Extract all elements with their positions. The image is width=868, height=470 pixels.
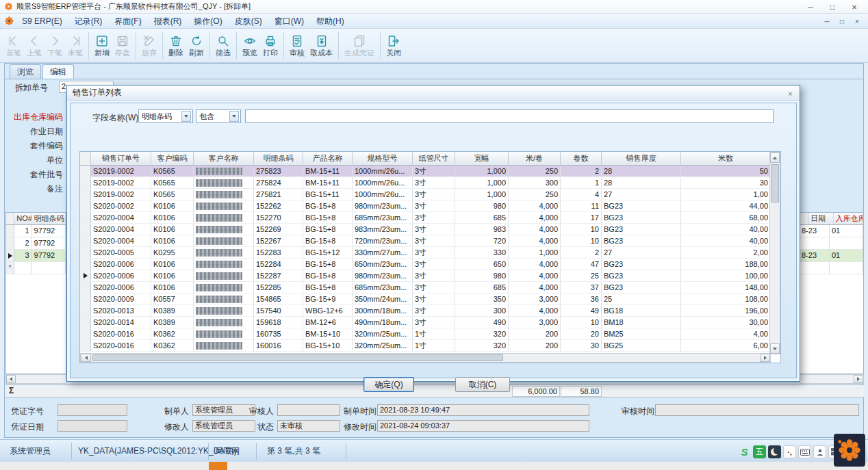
detail-grid-left-fragment[interactable]: NO#明细条码197792297792397792*: [5, 212, 66, 374]
vscroll-thumb[interactable]: [771, 164, 779, 203]
table-row[interactable]: S2020-0006K0106152284BG-15+8650mm/23um..…: [80, 259, 771, 270]
scroll-right-icon[interactable]: [760, 354, 770, 362]
orders-table-hscroll[interactable]: [80, 353, 771, 363]
close-icon[interactable]: ×: [843, 0, 865, 14]
orders-table[interactable]: 销售订单号客户编码客户名称明细条码产品名称规格型号纸管尺寸宽幅米/卷卷数销售厚度…: [79, 151, 781, 363]
menu-item[interactable]: 报表(R): [148, 14, 188, 29]
punctuation-icon[interactable]: ·,: [783, 445, 796, 458]
menu-item[interactable]: 界面(F): [108, 14, 147, 29]
detail-grid-hscroll-left[interactable]: [5, 374, 66, 384]
operator-select[interactable]: 包含: [196, 109, 241, 123]
field-select[interactable]: 明细条码: [138, 109, 193, 123]
table-row[interactable]: S2020-0006K0106152285BG-15+8685mm/23um..…: [80, 282, 771, 293]
table-row[interactable]: 397792: [6, 250, 66, 262]
table-row[interactable]: S2019-0002K0565275823BM-15+111000mm/26u.…: [80, 166, 771, 177]
mdi-close-icon[interactable]: ×: [850, 15, 864, 27]
toolbar-button-filter[interactable]: 筛选: [213, 32, 233, 59]
column-header-2[interactable]: 客户编码: [151, 152, 194, 165]
table-row[interactable]: S2020-0016K0362160016BG-15+10320mm/25um.…: [80, 340, 771, 352]
table-row[interactable]: S2020-0016K0362160735BM-15+10320mm/25um.…: [80, 328, 771, 340]
column-header-12[interactable]: 米数: [681, 152, 771, 165]
toolbar-button-save[interactable]: 存盘: [112, 32, 133, 59]
detail-grid-hscroll-right[interactable]: [800, 374, 864, 384]
chevron-down-icon[interactable]: [181, 111, 191, 122]
table-row[interactable]: S2020-0013K0389157540WBG-12+6300mm/18um.…: [80, 305, 771, 317]
wubi-icon[interactable]: 五: [753, 445, 766, 458]
table-row[interactable]: S2019-0002K0565275824BM-15+111000mm/26u.…: [80, 177, 771, 189]
scroll-down-icon[interactable]: [770, 343, 780, 354]
table-row[interactable]: S2020-0004K0106152270BG-15+8685mm/23um..…: [80, 212, 771, 224]
menu-item[interactable]: 帮助(H): [310, 14, 350, 29]
keyboard-icon[interactable]: [798, 445, 811, 458]
column-header-6[interactable]: 规格型号: [353, 152, 413, 165]
ok-button[interactable]: 确定(Q): [363, 377, 414, 392]
column-header-10[interactable]: 卷数: [561, 152, 602, 165]
toolbar-button-voucher[interactable]: 生成凭证: [342, 32, 377, 59]
dialog-close-icon[interactable]: ×: [785, 88, 795, 99]
column-header-4[interactable]: 明细条码: [254, 152, 303, 165]
table-row[interactable]: S2020-0006K0106152287BG-15+8980mm/23um..…: [80, 270, 771, 282]
table-row[interactable]: S2019-0002K0565275821BG-15+111000mm/26u.…: [80, 189, 771, 200]
toolbar-button-close-door[interactable]: 关闭: [383, 32, 404, 59]
toolbar-button-discard[interactable]: 放弃: [139, 32, 159, 59]
toolbar-button-delete[interactable]: 删除: [166, 32, 186, 59]
table-row[interactable]: [800, 262, 863, 274]
toolbar-button-nav-prev[interactable]: 上笔: [24, 32, 44, 59]
menu-item[interactable]: 操作(O): [188, 14, 228, 29]
toolbar-button-audit[interactable]: 审核: [287, 32, 307, 59]
menu-item[interactable]: 窗口(W): [268, 14, 310, 29]
maximize-icon[interactable]: □: [821, 0, 843, 14]
voucher-date-input[interactable]: [58, 420, 127, 432]
dialog-titlebar[interactable]: 销售订单列表: [67, 86, 800, 101]
toolbar-button-refresh[interactable]: 刷新: [186, 32, 207, 59]
toolbar-button-nav-last[interactable]: 末笔: [65, 32, 86, 59]
table-row[interactable]: 197792: [6, 225, 66, 237]
toolbar-button-preview[interactable]: 预览: [240, 32, 260, 59]
table-row[interactable]: S2020-0002K0106152262BG-15+8980mm/23um..…: [80, 200, 771, 212]
toolbar-button-print[interactable]: 打印: [260, 32, 281, 59]
column-header-5[interactable]: 产品名称: [303, 152, 353, 165]
scroll-right-icon[interactable]: [854, 375, 863, 383]
column-header-7[interactable]: 纸管尺寸: [413, 152, 455, 165]
column-header-3[interactable]: 客户名称: [194, 152, 254, 165]
moon-icon[interactable]: [768, 445, 781, 458]
table-row[interactable]: S2020-0004K0106152267BG-15+8720mm/23um..…: [80, 235, 771, 247]
menu-item[interactable]: 皮肤(S): [229, 14, 268, 29]
toolbar-button-nav-first[interactable]: 首笔: [3, 32, 24, 59]
filter-value-input[interactable]: [245, 109, 774, 123]
table-row[interactable]: 8-2301: [800, 225, 863, 237]
voucher-no-input[interactable]: [58, 404, 127, 416]
column-header-1[interactable]: 销售订单号: [91, 152, 151, 165]
table-row[interactable]: S2020-0009K0557154865BG-15+9350mm/24um..…: [80, 293, 771, 305]
menu-item[interactable]: S9 ERP(E): [16, 14, 68, 29]
table-row[interactable]: S2020-0004K0106152269BG-15+8983mm/23um..…: [80, 224, 771, 235]
mdi-restore-icon[interactable]: □: [835, 15, 849, 27]
toolbar-button-cost[interactable]: 取成本: [307, 32, 335, 59]
toolbar-button-nav-next[interactable]: 下笔: [44, 32, 65, 59]
scroll-left-icon[interactable]: [6, 375, 16, 383]
table-row[interactable]: *: [6, 262, 66, 274]
detail-grid-right-fragment[interactable]: 日期入库仓库8-23018-2301: [800, 212, 864, 374]
column-header-9[interactable]: 米/卷: [509, 152, 561, 165]
tab-浏览[interactable]: 浏览: [10, 64, 41, 79]
toolbar-button-add[interactable]: 新增: [92, 32, 112, 59]
menu-item[interactable]: 记录(R): [68, 14, 109, 29]
table-row[interactable]: 297792: [6, 237, 66, 250]
hscroll-thumb[interactable]: [92, 354, 503, 361]
cancel-button[interactable]: 取消(C): [455, 377, 510, 392]
scroll-left-icon[interactable]: [81, 354, 91, 362]
corner-app-logo[interactable]: [834, 434, 865, 467]
column-header-11[interactable]: 销售厚度: [602, 152, 681, 165]
table-row[interactable]: S2020-0005K0295152283BG-15+12330mm/27um.…: [80, 247, 771, 259]
column-header-8[interactable]: 宽幅: [455, 152, 509, 165]
scroll-up-icon[interactable]: [770, 153, 780, 163]
sogou-icon[interactable]: S: [738, 445, 751, 458]
orders-table-vscroll[interactable]: [769, 152, 780, 354]
user-icon[interactable]: [813, 445, 826, 458]
minimize-icon[interactable]: ─: [800, 0, 821, 14]
chevron-down-icon[interactable]: [229, 111, 239, 122]
tab-编辑[interactable]: 编辑: [42, 64, 74, 79]
table-row[interactable]: 8-2301: [800, 250, 863, 262]
mdi-minimize-icon[interactable]: ─: [820, 15, 834, 27]
table-row[interactable]: [800, 237, 863, 250]
